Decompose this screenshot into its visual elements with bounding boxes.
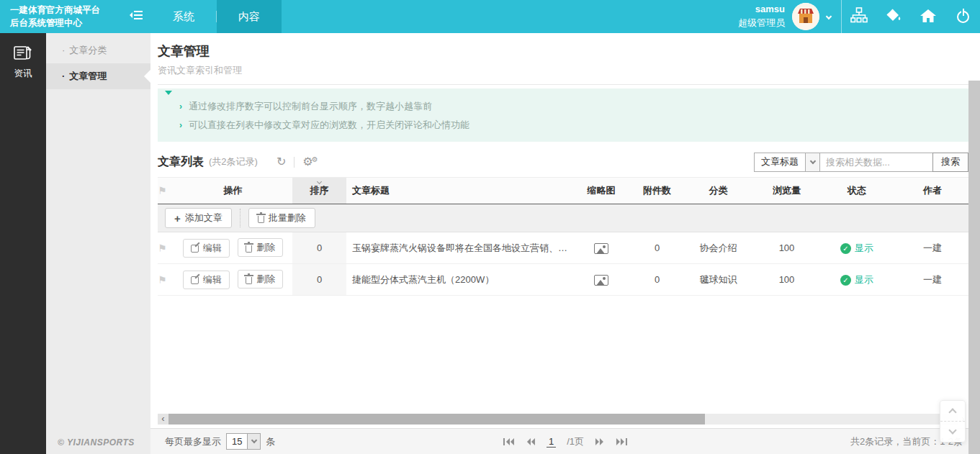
bullet: ·: [62, 71, 65, 81]
pagination-bar: 每页最多显示 15 条 1 /1页: [150, 428, 980, 454]
search-bar: 文章标题 搜索: [754, 153, 968, 172]
edit-button[interactable]: 编辑: [183, 239, 230, 258]
views-cell[interactable]: 100: [756, 274, 817, 285]
sort-cell[interactable]: 0: [292, 264, 346, 295]
pin-icon[interactable]: ⚑: [158, 274, 167, 286]
vertical-scrollbar-thumb[interactable]: [968, 81, 980, 454]
user-menu-caret[interactable]: [827, 14, 831, 19]
user-info: samsu 超级管理员: [738, 3, 785, 30]
tip-marker-icon: ›: [179, 120, 182, 130]
per-page-prefix: 每页最多显示: [165, 435, 221, 448]
nav-item-system[interactable]: 系统: [151, 0, 216, 33]
add-article-button[interactable]: +添加文章: [165, 208, 232, 228]
clear-cache-button[interactable]: [876, 0, 911, 33]
select-caret-box: [805, 153, 819, 171]
image-icon[interactable]: [594, 275, 608, 286]
sidebar-item-news[interactable]: 资讯: [0, 40, 46, 86]
per-page-select[interactable]: 15: [226, 433, 261, 450]
outdent-menu-icon: [129, 10, 143, 23]
article-title-cell[interactable]: 玉锅宴牌蒸汽火锅设备即将在全国各地设立营销、体验...: [346, 242, 569, 255]
delete-button[interactable]: 删除: [238, 270, 283, 289]
trash-icon: [246, 277, 252, 284]
scroll-to-bottom-button[interactable]: [940, 422, 965, 442]
search-button[interactable]: 搜索: [932, 153, 968, 172]
divider: [240, 209, 240, 227]
pin-icon[interactable]: ⚑: [158, 242, 167, 254]
status-label[interactable]: 显示: [855, 274, 873, 285]
thumbnail-cell: [569, 273, 634, 285]
settings-button[interactable]: ⚙⚙: [302, 156, 319, 168]
check-circle-icon: ✓: [840, 275, 851, 286]
button-label: 删除: [256, 273, 275, 286]
page-subtitle: 资讯文章索引和管理: [158, 64, 968, 77]
search-input[interactable]: [819, 153, 933, 172]
table-row: ⚑ 编辑 删除 0 玉锅宴牌蒸汽火锅设备即将在全国各地设立营销、体验... 0 …: [158, 232, 968, 264]
sidebar-item-label: 资讯: [0, 68, 46, 80]
home-button[interactable]: [911, 0, 945, 33]
newspaper-icon: [13, 52, 33, 64]
top-header: 一建体育官方商城平台 后台系统管理中心 系统 内容 samsu 超级管理员: [0, 0, 980, 33]
current-page[interactable]: 1: [547, 436, 556, 448]
tip-line: ›通过修改排序数字可以控制前台显示顺序，数字越小越靠前: [158, 97, 968, 116]
col-sort[interactable]: 排序: [292, 178, 346, 204]
user-box: samsu 超级管理员: [738, 0, 841, 33]
sort-caret-icon: [316, 179, 321, 184]
row-pin-cell: ⚑: [158, 242, 174, 254]
chevron-down-icon: [948, 426, 956, 434]
batch-delete-button[interactable]: 批量删除: [248, 208, 315, 228]
sidebar-toggle-button[interactable]: [121, 0, 151, 33]
logout-button[interactable]: [945, 0, 980, 33]
submenu-sidebar: ·文章分类 ·文章管理 © YIJIANSPORTS: [46, 33, 150, 454]
status-cell: ✓显示: [817, 242, 896, 255]
nav-item-label: 内容: [238, 10, 260, 24]
scrollbar-thumb[interactable]: [168, 414, 705, 425]
search-field-select[interactable]: 文章标题: [754, 153, 820, 172]
user-role: 超级管理员: [738, 17, 785, 30]
search-field-value: 文章标题: [755, 155, 805, 168]
collapse-caret-icon[interactable]: [165, 91, 172, 95]
header-pin-cell: ⚑: [158, 185, 174, 196]
status-label[interactable]: 显示: [855, 242, 873, 253]
active-item-notch: [144, 70, 150, 83]
views-cell[interactable]: 100: [756, 242, 817, 253]
col-title: 文章标题: [346, 184, 569, 197]
scrollbar-track[interactable]: [168, 414, 958, 425]
scroll-left-button[interactable]: ‹: [158, 414, 168, 425]
refresh-icon[interactable]: ↻: [277, 156, 286, 168]
chevron-down-icon: [251, 437, 257, 443]
gear-small-icon: ⚙: [312, 155, 318, 163]
image-icon[interactable]: [594, 243, 608, 254]
chevron-down-icon: [809, 158, 815, 163]
submenu-item-article-manage[interactable]: ·文章管理: [46, 63, 150, 89]
last-page-button[interactable]: [616, 437, 628, 446]
first-page-button[interactable]: [503, 437, 515, 446]
category-cell: 毽球知识: [680, 273, 756, 286]
prev-page-button[interactable]: [526, 437, 536, 446]
author-cell: 一建: [896, 273, 968, 286]
next-page-button[interactable]: [595, 437, 605, 446]
sort-cell[interactable]: 0: [292, 232, 346, 263]
avatar[interactable]: [792, 3, 819, 30]
tip-marker-icon: ›: [179, 101, 182, 112]
nav-item-content[interactable]: 内容: [217, 0, 282, 33]
check-circle-icon: ✓: [840, 243, 851, 254]
delete-button[interactable]: 删除: [238, 238, 283, 257]
plus-icon: +: [174, 212, 181, 224]
edit-button[interactable]: 编辑: [183, 271, 230, 289]
per-page-suffix: 条: [266, 435, 275, 448]
col-attachments: 附件数: [634, 184, 680, 197]
logo-line1: 一建体育官方商城平台: [10, 4, 121, 17]
scroll-to-top-button[interactable]: [940, 401, 965, 421]
table-header-row: ⚑ 操作 排序 文章标题 缩略图 附件数 分类 浏览量 状态 作者: [158, 178, 968, 204]
article-title-cell[interactable]: 捷能型分体式蒸汽主机（2200W）: [346, 273, 569, 286]
record-count: (共2条记录): [209, 155, 258, 168]
list-title: 文章列表: [158, 155, 204, 170]
module-sidebar: 资讯: [0, 33, 46, 454]
page-title: 文章管理: [158, 42, 968, 60]
table-toolbar: +添加文章 批量删除: [158, 204, 968, 232]
table-row: ⚑ 编辑 删除 0 捷能型分体式蒸汽主机（2200W） 0 毽球知识 100 ✓…: [158, 264, 968, 296]
select-caret-box: [247, 434, 260, 449]
sitemap-button[interactable]: [842, 0, 876, 33]
pager-controls: 1 /1页: [503, 435, 628, 448]
submenu-item-article-category[interactable]: ·文章分类: [46, 37, 150, 63]
